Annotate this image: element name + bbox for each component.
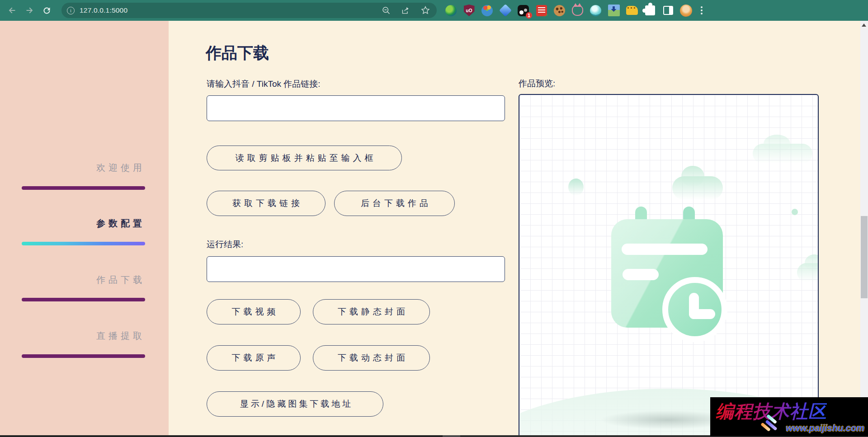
scroll-up-arrow-icon[interactable] <box>862 23 866 27</box>
main-content: 作品下载 请输入抖音 / TikTok 作品链接: 读取剪贴板并粘贴至输入框 获… <box>169 21 860 435</box>
site-info-icon[interactable]: i <box>67 7 75 14</box>
sidebar-item-live[interactable]: 直播提取 <box>96 330 145 342</box>
extension-badge: 1 <box>526 12 532 19</box>
clock-illustration <box>662 277 727 342</box>
profile-avatar[interactable] <box>680 5 692 17</box>
page-body: 欢迎使用 参数配置 作品下载 直播提取 作品下载 请输入抖音 / TikTok … <box>0 21 868 435</box>
calendar-line <box>623 269 659 280</box>
reload-icon[interactable] <box>38 2 55 19</box>
side-panel-icon[interactable] <box>662 5 674 17</box>
watermark: 编程技术社区 www.paijishu.com <box>710 397 868 436</box>
sidebar-item-welcome[interactable]: 欢迎使用 <box>96 162 145 174</box>
result-label: 运行结果: <box>207 239 243 250</box>
sidebar-rule-active <box>22 242 145 245</box>
cloud-decoration <box>753 144 812 164</box>
link-input[interactable] <box>207 95 505 121</box>
extensions-row: uO 1 <box>445 5 709 17</box>
paste-clipboard-button[interactable]: 读取剪贴板并粘贴至输入框 <box>207 146 402 170</box>
preview-label: 作品预览: <box>519 78 555 89</box>
zoom-out-icon[interactable] <box>382 6 391 15</box>
link-input-label: 请输入抖音 / TikTok 作品链接: <box>207 78 321 90</box>
cat-icon[interactable] <box>571 5 584 17</box>
url-text[interactable]: 127.0.0.1:5000 <box>80 6 382 14</box>
extensions-puzzle-icon[interactable] <box>644 5 656 17</box>
page-title: 作品下载 <box>206 42 269 64</box>
sidebar-rule <box>22 298 145 301</box>
forward-icon[interactable] <box>21 2 38 19</box>
share-icon[interactable] <box>401 6 410 15</box>
fruit-bowl-icon[interactable] <box>481 5 493 17</box>
cloud-decoration <box>672 176 723 200</box>
cloud-decoration <box>797 263 819 282</box>
sidebar: 欢迎使用 参数配置 作品下载 直播提取 <box>0 21 169 435</box>
bookmark-star-icon[interactable] <box>420 5 430 15</box>
toggle-gallery-links-button[interactable]: 显示/隐藏图集下载地址 <box>207 391 383 417</box>
background-download-button[interactable]: 后台下载作品 <box>334 191 455 216</box>
calendar-line <box>622 244 708 255</box>
watermark-url: www.paijishu.com <box>786 423 864 433</box>
result-input[interactable] <box>207 256 505 282</box>
scrollbar[interactable] <box>860 21 868 435</box>
download-video-button[interactable]: 下载视频 <box>207 299 301 324</box>
sidebar-rule <box>22 186 145 190</box>
scrollbar-thumb[interactable] <box>861 216 868 298</box>
notes-icon[interactable] <box>535 5 547 17</box>
crystal-ball-icon[interactable] <box>590 5 602 17</box>
back-icon[interactable] <box>4 2 21 19</box>
download-static-cover-button[interactable]: 下载静态封面 <box>313 299 430 324</box>
idm-icon[interactable] <box>445 5 457 17</box>
sidebar-rule <box>22 354 145 358</box>
preview-panel <box>519 94 819 435</box>
circle-decoration <box>568 179 584 196</box>
ublock-origin-icon[interactable]: uO <box>463 5 475 17</box>
sidebar-item-download[interactable]: 作品下载 <box>96 274 145 286</box>
download-audio-button[interactable]: 下载原声 <box>207 345 301 371</box>
cookie-icon[interactable] <box>553 5 566 17</box>
pixel-cat-icon[interactable] <box>626 5 638 17</box>
dot-decoration <box>792 209 798 215</box>
gem-icon[interactable] <box>499 5 511 17</box>
browser-menu-icon[interactable] <box>701 6 703 14</box>
downloader-icon[interactable] <box>608 5 620 17</box>
get-link-button[interactable]: 获取下载链接 <box>207 191 326 216</box>
browser-toolbar: i 127.0.0.1:5000 uO 1 <box>0 0 868 21</box>
screenshot-tool-icon[interactable]: 1 <box>517 5 529 17</box>
sidebar-item-config[interactable]: 参数配置 <box>96 217 145 230</box>
url-bar[interactable]: i 127.0.0.1:5000 <box>61 3 437 18</box>
download-dynamic-cover-button[interactable]: 下载动态封面 <box>313 345 430 371</box>
